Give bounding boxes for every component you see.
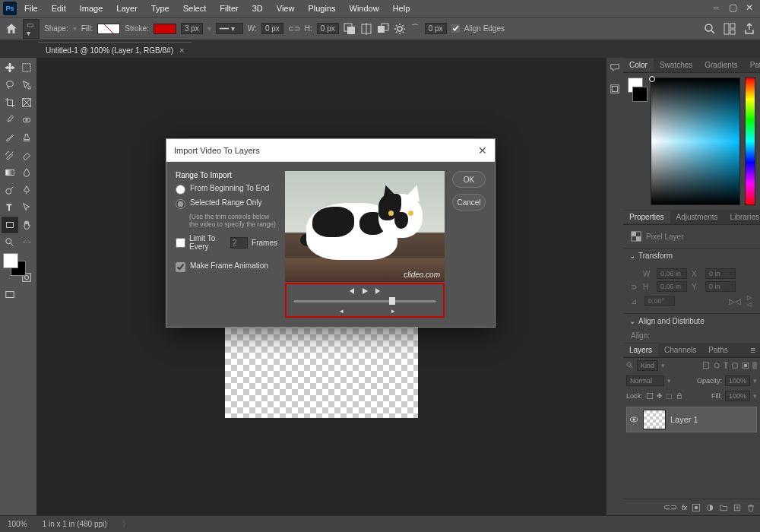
brush-tool[interactable] bbox=[2, 129, 18, 146]
blend-mode-dropdown[interactable]: Normal bbox=[626, 375, 664, 386]
layer-search-icon[interactable] bbox=[626, 362, 634, 369]
lasso-tool[interactable] bbox=[2, 77, 18, 93]
zoom-tool[interactable] bbox=[2, 234, 18, 251]
window-close-icon[interactable]: ✕ bbox=[742, 2, 757, 14]
layer-filter-kind[interactable]: Kind bbox=[637, 360, 658, 371]
eyedropper-tool[interactable] bbox=[2, 112, 18, 128]
crop-tool[interactable] bbox=[2, 94, 18, 111]
angle-value[interactable]: 0.00° bbox=[644, 296, 675, 306]
step-back-icon[interactable] bbox=[347, 287, 355, 295]
tab-properties[interactable]: Properties bbox=[623, 211, 670, 223]
share-icon[interactable] bbox=[743, 23, 755, 35]
lock-position-icon[interactable]: ✥ bbox=[657, 392, 663, 400]
shape-preset-dropdown[interactable]: ▭ ▾ bbox=[23, 19, 40, 39]
align-section-header[interactable]: ⌄Align and Distribute bbox=[623, 313, 760, 328]
from-beginning-radio[interactable]: From Beginning To End bbox=[176, 184, 277, 195]
eraser-tool[interactable] bbox=[19, 147, 36, 163]
menu-edit[interactable]: Edit bbox=[46, 2, 72, 14]
layer-name[interactable]: Layer 1 bbox=[670, 415, 698, 424]
playhead-slider[interactable] bbox=[294, 300, 435, 302]
gear-icon[interactable] bbox=[394, 23, 406, 35]
path-arrange-icon[interactable] bbox=[377, 23, 389, 35]
opacity-value[interactable]: 100% bbox=[725, 375, 750, 386]
stroke-width-field[interactable]: 3 px bbox=[181, 23, 203, 34]
lock-pixels-icon[interactable] bbox=[646, 392, 654, 400]
new-layer-icon[interactable] bbox=[733, 503, 742, 512]
path-combine-icon[interactable] bbox=[344, 23, 356, 35]
group-icon[interactable] bbox=[719, 503, 728, 512]
tab-gradients[interactable]: Gradients bbox=[698, 59, 743, 71]
stroke-swatch[interactable] bbox=[154, 24, 176, 34]
pen-tool[interactable] bbox=[19, 182, 36, 198]
step-forward-icon[interactable] bbox=[375, 287, 382, 295]
visibility-icon[interactable] bbox=[629, 415, 638, 424]
layer-thumbnail[interactable] bbox=[643, 410, 666, 429]
radius-icon[interactable]: ⌒ bbox=[410, 22, 420, 36]
tab-layers[interactable]: Layers bbox=[623, 344, 658, 356]
align-edges-checkbox[interactable] bbox=[451, 24, 460, 33]
menu-help[interactable]: Help bbox=[387, 2, 416, 14]
x-value[interactable]: 0 in bbox=[705, 268, 736, 279]
radius-field[interactable]: 0 px bbox=[425, 23, 447, 34]
tab-channels[interactable]: Channels bbox=[658, 344, 702, 356]
workspace-icon[interactable] bbox=[724, 23, 736, 35]
link-layers-icon[interactable]: ⊂⊃ bbox=[663, 502, 677, 512]
width-value[interactable]: 0.06 in bbox=[657, 268, 687, 279]
menu-3d[interactable]: 3D bbox=[246, 2, 269, 14]
menu-type[interactable]: Type bbox=[145, 2, 176, 14]
healing-tool[interactable] bbox=[19, 112, 36, 128]
selection-tool[interactable] bbox=[19, 77, 36, 93]
playhead-thumb[interactable] bbox=[389, 297, 395, 305]
adjustment-layer-icon[interactable] bbox=[705, 503, 714, 512]
edit-toolbar-icon[interactable]: ⋯ bbox=[19, 234, 36, 251]
limit-frames-field[interactable]: 2 bbox=[230, 237, 248, 249]
lock-artboard-icon[interactable]: ⬚ bbox=[666, 392, 673, 400]
link-wh-icon[interactable]: ⊂⊃ bbox=[288, 24, 300, 33]
rectangle-tool[interactable] bbox=[2, 217, 18, 233]
filter-smart-icon[interactable] bbox=[742, 362, 749, 369]
dialog-titlebar[interactable]: Import Video To Layers ✕ bbox=[166, 139, 495, 162]
tab-libraries[interactable]: Libraries bbox=[724, 211, 760, 223]
menu-layer[interactable]: Layer bbox=[110, 2, 144, 14]
trim-in-handle[interactable]: ◂ bbox=[340, 307, 344, 315]
search-icon[interactable] bbox=[704, 23, 716, 35]
layer-row[interactable]: Layer 1 bbox=[626, 407, 757, 432]
window-restore-icon[interactable]: ▢ bbox=[725, 2, 740, 14]
bg-color-swatch[interactable] bbox=[632, 87, 648, 102]
tab-adjustments[interactable]: Adjustments bbox=[670, 211, 724, 223]
trim-range[interactable]: ◂ ▸ bbox=[294, 309, 435, 310]
history-panel-icon[interactable] bbox=[610, 84, 620, 94]
menu-view[interactable]: View bbox=[271, 2, 301, 14]
hue-slider[interactable] bbox=[745, 78, 755, 205]
fill-swatch[interactable] bbox=[97, 24, 120, 34]
lock-all-icon[interactable] bbox=[676, 392, 683, 400]
menu-plugins[interactable]: Plugins bbox=[302, 2, 341, 14]
tab-patterns[interactable]: Patterns bbox=[744, 59, 760, 71]
limit-frames-checkbox[interactable] bbox=[176, 238, 185, 248]
tab-swatches[interactable]: Swatches bbox=[654, 59, 698, 71]
filter-type-icon[interactable]: T bbox=[724, 362, 728, 370]
home-icon[interactable] bbox=[5, 22, 18, 36]
height-value[interactable]: 0.06 in bbox=[657, 281, 687, 292]
ok-button[interactable]: OK bbox=[452, 171, 486, 188]
layer-mask-icon[interactable] bbox=[692, 503, 701, 512]
flip-horizontal-icon[interactable]: ▷◁ bbox=[729, 297, 741, 306]
dialog-close-icon[interactable]: ✕ bbox=[478, 144, 487, 157]
cancel-button[interactable]: Cancel bbox=[452, 194, 486, 211]
delete-layer-icon[interactable] bbox=[746, 503, 755, 512]
history-brush-tool[interactable] bbox=[2, 147, 18, 163]
marquee-tool[interactable] bbox=[19, 59, 36, 76]
filter-toggle-icon[interactable] bbox=[752, 362, 757, 369]
stroke-style-dropdown[interactable]: ━━ ▾ bbox=[216, 23, 243, 34]
selected-range-radio[interactable]: Selected Range Only bbox=[176, 198, 277, 209]
fill-opacity-value[interactable]: 100% bbox=[725, 391, 750, 401]
screen-mode-icon[interactable] bbox=[2, 287, 18, 303]
trim-out-handle[interactable]: ▸ bbox=[391, 307, 395, 315]
zoom-level[interactable]: 100% bbox=[8, 520, 27, 528]
dodge-tool[interactable] bbox=[2, 182, 18, 198]
type-tool[interactable]: T bbox=[2, 199, 18, 216]
flip-vertical-icon[interactable]: ▷◁ bbox=[746, 294, 752, 308]
document-info[interactable]: 1 in x 1 in (480 ppi) bbox=[43, 520, 107, 528]
transform-section-header[interactable]: ⌄Transform bbox=[623, 248, 760, 263]
document-tab[interactable]: Untitled-1 @ 100% (Layer 1, RGB/8#) × bbox=[38, 42, 192, 58]
